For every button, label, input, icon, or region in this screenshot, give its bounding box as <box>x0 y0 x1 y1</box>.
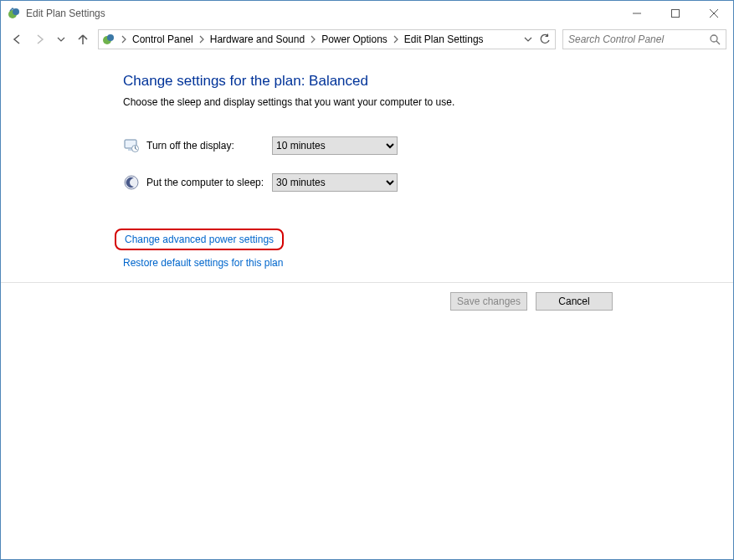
search-box[interactable] <box>562 29 726 49</box>
back-button[interactable] <box>8 29 28 49</box>
advanced-settings-link[interactable]: Change advanced power settings <box>125 234 274 245</box>
sleep-timeout-select[interactable]: 30 minutes <box>272 173 398 192</box>
page-heading: Change settings for the plan: Balanced <box>123 73 733 90</box>
up-button[interactable] <box>73 29 93 49</box>
restore-defaults-link[interactable]: Restore default settings for this plan <box>123 257 283 269</box>
advanced-settings-highlight: Change advanced power settings <box>115 229 284 250</box>
page-subtext: Choose the sleep and display settings th… <box>123 96 733 108</box>
chevron-right-icon[interactable] <box>197 33 207 46</box>
display-timeout-select[interactable]: 10 minutes <box>272 136 398 155</box>
breadcrumb-hardware-sound[interactable]: Hardware and Sound <box>207 33 308 45</box>
sleep-timeout-row: Put the computer to sleep: 30 minutes <box>123 173 733 192</box>
display-timeout-row: Turn off the display: 10 minutes <box>123 136 733 155</box>
cancel-button[interactable]: Cancel <box>536 292 613 311</box>
chevron-right-icon[interactable] <box>391 33 401 46</box>
moon-icon <box>123 174 140 191</box>
save-changes-button[interactable]: Save changes <box>450 292 527 311</box>
search-input[interactable] <box>568 33 709 45</box>
refresh-button[interactable] <box>536 31 553 48</box>
breadcrumb-control-panel[interactable]: Control Panel <box>129 33 197 45</box>
window: Edit Plan Settings <box>0 0 734 560</box>
svg-rect-3 <box>672 10 680 18</box>
navigation-row: Control Panel Hardware and Sound Power O… <box>1 26 733 53</box>
minimize-button[interactable] <box>618 1 656 26</box>
breadcrumb-edit-plan[interactable]: Edit Plan Settings <box>401 33 487 45</box>
display-timeout-label: Turn off the display: <box>146 140 272 152</box>
titlebar: Edit Plan Settings <box>1 1 733 26</box>
content-area: Change settings for the plan: Balanced C… <box>1 53 733 559</box>
breadcrumb-power-options[interactable]: Power Options <box>318 33 391 45</box>
svg-line-9 <box>716 41 720 44</box>
search-icon[interactable] <box>709 33 721 45</box>
svg-point-7 <box>107 34 114 41</box>
close-button[interactable] <box>695 1 733 26</box>
breadcrumbs: Control Panel Hardware and Sound Power O… <box>129 33 520 46</box>
sleep-timeout-label: Put the computer to sleep: <box>146 177 272 188</box>
maximize-button[interactable] <box>656 1 695 26</box>
recent-dropdown-icon[interactable] <box>51 29 71 49</box>
chevron-right-icon[interactable] <box>308 33 318 46</box>
address-dropdown-icon[interactable] <box>520 31 536 48</box>
address-bar[interactable]: Control Panel Hardware and Sound Power O… <box>98 29 556 49</box>
chevron-right-icon[interactable] <box>119 33 129 46</box>
app-icon <box>8 7 21 20</box>
svg-point-8 <box>711 35 717 42</box>
footer: Save changes Cancel <box>1 282 733 319</box>
address-icon <box>102 33 115 46</box>
forward-button[interactable] <box>29 29 49 49</box>
window-title: Edit Plan Settings <box>26 8 105 19</box>
monitor-icon <box>123 137 140 154</box>
